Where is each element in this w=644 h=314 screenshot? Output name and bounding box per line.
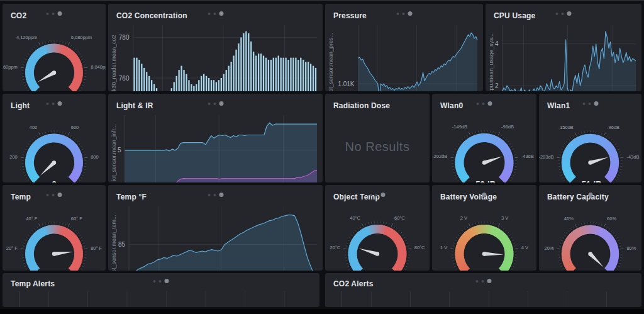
menu-dot-small[interactable] xyxy=(153,280,156,283)
y-axis-label: alert... xyxy=(4,287,11,307)
svg-text:-203dB: -203dB xyxy=(539,154,554,160)
panel-menu-dots[interactable] xyxy=(556,11,572,16)
svg-text:8: 8 xyxy=(52,179,56,182)
svg-text:6,080ppm: 6,080ppm xyxy=(71,35,92,40)
y-axis-label: alert... xyxy=(327,287,334,307)
menu-dot-small[interactable] xyxy=(47,194,49,196)
menu-dot-small[interactable] xyxy=(159,280,162,283)
object-temp-gauge-chart: 0°C20°C40°C60°C80°C100°C22.87°C xyxy=(325,202,430,271)
panel-menu-dots[interactable] xyxy=(588,193,592,197)
panel-menu-dots[interactable] xyxy=(370,193,386,197)
menu-dot-small[interactable] xyxy=(375,194,378,196)
panel-menu-dots[interactable] xyxy=(208,193,223,197)
svg-text:4 V: 4 V xyxy=(521,245,528,250)
row-3: Temp 0° F20° F40° F60° F80° F100° F80.89… xyxy=(3,185,641,271)
svg-text:40°C: 40°C xyxy=(350,215,360,221)
menu-dot-small[interactable] xyxy=(208,103,210,105)
svg-text:-43dB: -43dB xyxy=(626,154,639,160)
menu-dot-small[interactable] xyxy=(47,103,49,105)
svg-text:85: 85 xyxy=(118,241,126,248)
menu-dot-small[interactable] xyxy=(402,13,404,15)
panel-title: Wlan1 xyxy=(547,101,570,110)
panel-menu-dots[interactable] xyxy=(482,193,487,197)
menu-dot-small[interactable] xyxy=(47,13,49,15)
svg-text:200: 200 xyxy=(9,154,18,160)
panel-temp-alerts: Temp Alerts alert...008:5408:5608:5809:0… xyxy=(3,273,319,307)
menu-dot-small[interactable] xyxy=(208,194,210,196)
svg-text:-202dB: -202dB xyxy=(432,154,447,159)
svg-text:3 V: 3 V xyxy=(501,215,508,221)
y-axis-label: iot_sensor.mean_pres... xyxy=(327,21,334,91)
menu-dot-large[interactable] xyxy=(488,101,492,106)
menu-dot-large[interactable] xyxy=(58,11,62,16)
panel-menu-dots[interactable] xyxy=(396,11,412,16)
panel-battery-capacity: Battery Capacity 0%20%40%60%80%100%100% xyxy=(539,185,641,271)
menu-dot-large[interactable] xyxy=(487,279,491,283)
panel-menu-dots[interactable] xyxy=(153,279,169,283)
panel-menu-dots[interactable] xyxy=(47,11,62,16)
panel-title: CO2 xyxy=(11,11,26,20)
panel-menu-dots[interactable] xyxy=(475,279,491,283)
menu-dot-large[interactable] xyxy=(381,193,386,197)
panel-battery-voltage: Battery Voltage 0 V1 V2 V3 V4 V5 V4.20 V xyxy=(432,185,536,271)
menu-dot-small[interactable] xyxy=(588,103,591,105)
panel-menu-dots[interactable] xyxy=(208,101,223,106)
menu-dot-small[interactable] xyxy=(213,103,216,105)
panel-wlan1: Wlan1 -256dB-203dB-150dB-96dB-43dB10dB-5… xyxy=(539,94,641,182)
menu-dot-large[interactable] xyxy=(165,279,169,283)
svg-text:5: 5 xyxy=(118,147,121,154)
menu-dot-small[interactable] xyxy=(481,280,484,283)
panel-light-ir: Light & IR iot_sensor.mean_infr...508:55… xyxy=(108,94,323,182)
menu-dot-large[interactable] xyxy=(58,193,62,197)
menu-dot-small[interactable] xyxy=(370,194,372,196)
menu-dot-small[interactable] xyxy=(213,194,216,196)
menu-dot-small[interactable] xyxy=(52,13,55,15)
svg-text:1.01K: 1.01K xyxy=(338,81,354,87)
menu-dot-large[interactable] xyxy=(219,101,223,106)
menu-dot-small[interactable] xyxy=(208,13,210,15)
menu-dot-large[interactable] xyxy=(594,101,598,106)
temp-alerts-chart: 008:5408:5608:5809:0009:0209:0409:06 xyxy=(3,287,319,307)
menu-dot-large[interactable] xyxy=(567,11,572,16)
menu-dot-large[interactable] xyxy=(588,193,592,197)
menu-dot-small[interactable] xyxy=(52,194,55,196)
menu-dot-small[interactable] xyxy=(477,103,479,105)
svg-text:780: 780 xyxy=(119,34,130,41)
menu-dot-large[interactable] xyxy=(219,193,223,197)
svg-text:2: 2 xyxy=(495,82,499,89)
panel-title: Wlan0 xyxy=(440,101,463,110)
battery-voltage-gauge-chart: 0 V1 V2 V3 V4 V5 V4.20 V xyxy=(432,202,536,271)
menu-dot-small[interactable] xyxy=(475,280,478,283)
panel-menu-dots[interactable] xyxy=(582,101,598,106)
menu-dot-small[interactable] xyxy=(52,103,55,105)
svg-text:20%: 20% xyxy=(545,245,554,251)
panel-title: CO2 Concentration xyxy=(116,11,187,20)
svg-text:20° F: 20° F xyxy=(6,245,18,251)
svg-text:60%: 60% xyxy=(607,216,616,221)
co2-gauge-chart: 200ppm2,160ppm4,120ppm6,080ppm8,040ppm10… xyxy=(3,21,106,91)
menu-dot-large[interactable] xyxy=(408,11,412,16)
bottom-bar xyxy=(0,309,644,314)
svg-text:2,160ppm: 2,160ppm xyxy=(3,64,18,70)
menu-dot-small[interactable] xyxy=(556,13,558,15)
svg-text:80° F: 80° F xyxy=(91,245,102,251)
row-4: Temp Alerts alert...008:5408:5608:5809:0… xyxy=(3,273,641,307)
menu-dot-small[interactable] xyxy=(562,13,564,15)
panel-menu-dots[interactable] xyxy=(47,101,62,106)
panel-menu-dots[interactable] xyxy=(477,101,492,106)
menu-dot-large[interactable] xyxy=(482,193,487,197)
battery-capacity-gauge-chart: 0%20%40%60%80%100%100% xyxy=(539,202,641,271)
panel-title: Light xyxy=(11,101,30,110)
panel-menu-dots[interactable] xyxy=(208,11,223,16)
wlan1-gauge-chart: -256dB-203dB-150dB-96dB-43dB10dB-51dB xyxy=(539,111,641,182)
menu-dot-small[interactable] xyxy=(213,13,216,15)
panel-menu-dots[interactable] xyxy=(47,193,62,197)
menu-dot-small[interactable] xyxy=(582,103,585,105)
panel-light: Light 02004006008001,0008 xyxy=(3,94,106,182)
menu-dot-small[interactable] xyxy=(482,103,485,105)
menu-dot-large[interactable] xyxy=(219,11,223,16)
menu-dot-large[interactable] xyxy=(58,101,62,106)
svg-text:760: 760 xyxy=(119,75,130,82)
menu-dot-small[interactable] xyxy=(396,13,399,15)
panel-title: CPU Usage xyxy=(494,11,536,20)
